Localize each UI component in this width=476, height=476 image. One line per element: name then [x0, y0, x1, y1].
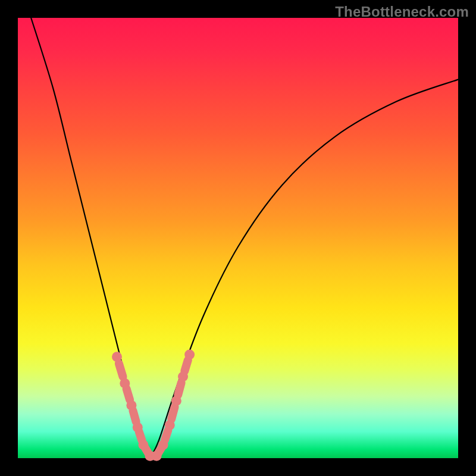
valley-marker-dot: [112, 352, 122, 362]
bottleneck-curve-plot: [18, 18, 458, 458]
valley-marker-dot: [138, 440, 148, 450]
valley-marker-dot: [126, 400, 136, 411]
chart-frame: [18, 18, 458, 458]
valley-marker-dot: [178, 372, 188, 382]
valley-marker-link: [171, 407, 175, 419]
curve-left-branch: [31, 18, 150, 458]
valley-marker-link: [178, 383, 181, 394]
valley-marker-dot: [120, 378, 130, 389]
valley-marker-dot: [171, 396, 181, 406]
watermark-text: TheBottleneck.com: [335, 4, 469, 20]
valley-marker-dot: [184, 350, 195, 360]
valley-marker-link: [133, 411, 136, 422]
valley-marker-dot: [158, 440, 168, 450]
valley-marker-dot: [152, 451, 162, 461]
valley-marker-dot: [133, 422, 143, 433]
curve-group: [31, 18, 458, 458]
valley-marker-link: [139, 432, 142, 441]
valley-marker-link: [127, 389, 130, 400]
valley-markers: [112, 350, 195, 461]
valley-marker-dot: [165, 420, 175, 430]
curve-right-branch: [150, 80, 458, 458]
valley-marker-link: [119, 364, 123, 377]
valley-marker-link: [165, 430, 168, 440]
valley-marker-link: [184, 360, 188, 371]
